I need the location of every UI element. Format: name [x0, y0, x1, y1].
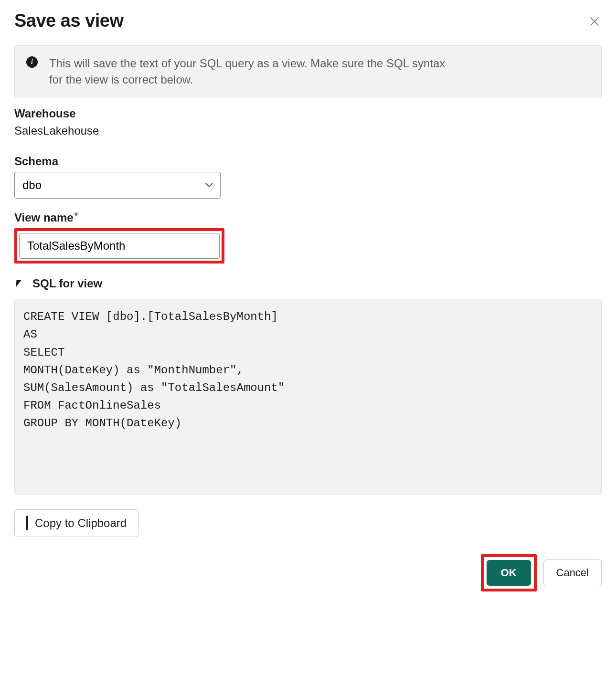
dialog-header: Save as view	[14, 11, 602, 31]
copy-button-label: Copy to Clipboard	[35, 517, 127, 530]
schema-label: Schema	[14, 155, 602, 168]
close-icon	[590, 16, 599, 28]
close-button[interactable]	[587, 14, 602, 31]
cancel-button[interactable]: Cancel	[543, 559, 602, 586]
triangle-icon	[16, 280, 26, 287]
view-name-label-text: View name	[14, 211, 74, 224]
schema-select-wrap	[14, 172, 221, 199]
sql-code-box: CREATE VIEW [dbo].[TotalSalesByMonth] AS…	[14, 299, 602, 495]
copy-to-clipboard-button[interactable]: Copy to Clipboard	[14, 509, 138, 537]
info-banner: i This will save the text of your SQL qu…	[14, 45, 602, 97]
required-indicator: *	[74, 211, 78, 221]
ok-button[interactable]: OK	[487, 560, 531, 586]
footer-buttons: OK Cancel	[14, 554, 602, 591]
sql-section-header: SQL for view	[16, 277, 602, 290]
view-name-input-highlight	[14, 228, 224, 264]
warehouse-value: SalesLakehouse	[14, 124, 602, 137]
dialog-title: Save as view	[14, 11, 124, 31]
info-banner-text: This will save the text of your SQL quer…	[49, 55, 450, 87]
schema-select[interactable]	[14, 172, 221, 199]
sql-section-title: SQL for view	[32, 277, 102, 290]
warehouse-label: Warehouse	[14, 107, 602, 120]
info-icon: i	[26, 56, 38, 68]
view-name-input[interactable]	[19, 233, 220, 259]
ok-button-highlight: OK	[481, 554, 537, 591]
view-name-label: View name*	[14, 211, 602, 224]
copy-icon	[26, 516, 28, 530]
